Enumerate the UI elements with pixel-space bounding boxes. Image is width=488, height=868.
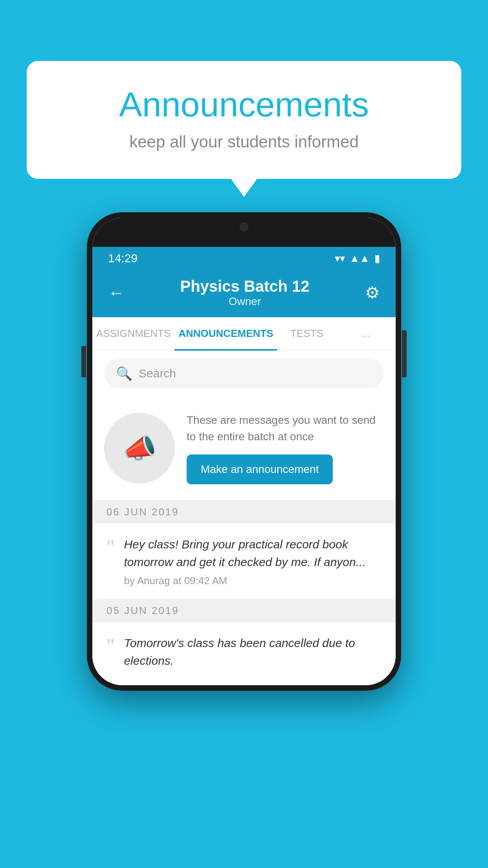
settings-icon[interactable]: ⚙ [365, 283, 380, 302]
message-item-2[interactable]: " Tomorrow's class has been cancelled du… [92, 622, 396, 685]
search-section: 🔍 Search [92, 351, 396, 396]
battery-icon: ▮ [374, 252, 380, 265]
date-separator-2: 05 JUN 2019 [92, 599, 396, 622]
back-button[interactable]: ← [108, 283, 125, 302]
front-camera [240, 223, 248, 231]
batch-title: Physics Batch 12 [180, 278, 309, 295]
status-icons: ▾▾ ▲▲ ▮ [335, 252, 380, 265]
phone-screen: 14:29 ▾▾ ▲▲ ▮ ← Physics Batch 12 Owner ⚙ [92, 218, 396, 685]
wifi-icon: ▾▾ [335, 252, 345, 265]
quote-icon-2: " [106, 636, 114, 655]
quote-icon-1: " [106, 537, 114, 557]
message-meta-1: by Anurag at 09:42 AM [124, 575, 382, 587]
message-content-1: Hey class! Bring your practical record b… [124, 535, 382, 587]
phone-outer-frame: 14:29 ▾▾ ▲▲ ▮ ← Physics Batch 12 Owner ⚙ [87, 212, 401, 691]
speech-bubble-card: Announcements keep all your students inf… [27, 61, 461, 179]
search-placeholder: Search [139, 367, 176, 380]
search-icon: 🔍 [116, 366, 132, 381]
tab-tests[interactable]: TESTS [277, 317, 336, 350]
message-content-2: Tomorrow's class has been cancelled due … [124, 634, 382, 673]
app-header: ← Physics Batch 12 Owner ⚙ [92, 270, 396, 317]
promo-section: 📣 These are messages you want to send to… [92, 396, 396, 500]
status-bar: 14:29 ▾▾ ▲▲ ▮ [92, 247, 396, 270]
signal-icon: ▲▲ [350, 252, 370, 265]
tab-announcements[interactable]: ANNOUNCEMENTS [174, 317, 277, 350]
header-center: Physics Batch 12 Owner [180, 278, 309, 308]
phone-mockup: 14:29 ▾▾ ▲▲ ▮ ← Physics Batch 12 Owner ⚙ [87, 212, 401, 691]
batch-role: Owner [180, 295, 309, 308]
tab-assignments[interactable]: ASSIGNMENTS [92, 317, 174, 350]
make-announcement-button[interactable]: Make an announcement [187, 454, 333, 484]
search-bar[interactable]: 🔍 Search [104, 359, 384, 388]
status-time: 14:29 [108, 252, 138, 265]
date-separator-1: 06 JUN 2019 [92, 500, 396, 524]
message-item-1[interactable]: " Hey class! Bring your practical record… [92, 524, 396, 599]
bubble-subtitle: keep all your students informed [58, 132, 430, 151]
tab-more[interactable]: ... [336, 317, 396, 350]
speech-bubble-section: Announcements keep all your students inf… [27, 61, 461, 179]
tabs-bar: ASSIGNMENTS ANNOUNCEMENTS TESTS ... [92, 317, 396, 351]
phone-notch-bar [92, 218, 396, 247]
megaphone-icon: 📣 [123, 432, 157, 464]
phone-notch [216, 218, 272, 236]
promo-icon-circle: 📣 [104, 413, 175, 484]
message-text-2: Tomorrow's class has been cancelled due … [124, 634, 382, 669]
message-text-1: Hey class! Bring your practical record b… [124, 535, 382, 571]
promo-description: These are messages you want to send to t… [187, 412, 384, 445]
bubble-title: Announcements [58, 85, 430, 125]
promo-right: These are messages you want to send to t… [187, 412, 384, 484]
